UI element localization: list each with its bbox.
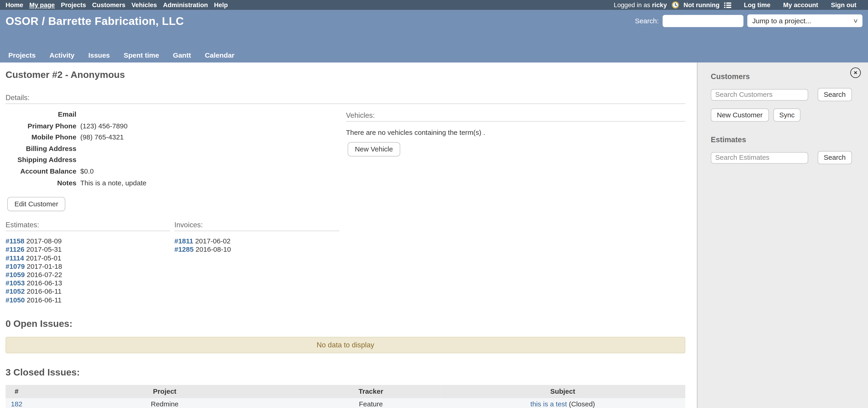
estimates-section: Estimates: #1158 2017-08-09 <box>5 221 170 305</box>
main-content: Customer #2 - Anonymous Details: Email P… <box>0 63 697 408</box>
topnav-projects[interactable]: Projects <box>61 2 86 8</box>
closed-issues-heading: 3 Closed Issues: <box>5 367 685 378</box>
sign-out-link[interactable]: Sign out <box>831 2 856 8</box>
topnav-vehicles[interactable]: Vehicles <box>131 2 157 8</box>
no-data-text: No data to display <box>316 341 374 349</box>
sidebar-customers-search-input[interactable] <box>711 89 808 100</box>
estimate-link[interactable]: #1079 <box>5 263 25 270</box>
header-search-input[interactable] <box>663 15 743 27</box>
estimate-list-item: #1126 2017-05-31 <box>5 246 170 254</box>
topbar-right-group: Logged in as ricky Not running Log time … <box>614 1 863 9</box>
timer-status-label: Not running <box>683 2 719 8</box>
invoices-heading: Invoices: <box>175 221 339 229</box>
estimate-list-item: #1158 2017-08-09 <box>5 237 170 246</box>
estimate-date: 2017-05-01 <box>26 254 61 262</box>
top-navigation-bar: Home My page Projects Customers Vehicles… <box>0 0 868 10</box>
closed-issues-table: # Project Tracker Subject 182 Redmine Fe… <box>5 385 685 408</box>
tab-calendar[interactable]: Calendar <box>205 52 235 59</box>
estimates-divider <box>5 231 170 231</box>
vehicles-heading: Vehicles: <box>346 111 685 120</box>
estimate-date: 2016-06-11 <box>27 296 62 304</box>
estimate-list-item: #1114 2017-05-01 <box>5 254 170 263</box>
sidebar-estimates-search-button[interactable]: Search <box>818 151 852 164</box>
topnav-help[interactable]: Help <box>214 2 228 8</box>
site-header: OSOR / Barrette Fabrication, LLC Search:… <box>0 10 868 63</box>
estimate-link[interactable]: #1126 <box>5 246 25 253</box>
timer-clock-icon[interactable] <box>671 1 679 9</box>
column-header-subject: Subject <box>440 385 685 398</box>
estimate-date: 2017-08-09 <box>26 237 62 245</box>
detail-row: Email <box>5 109 339 120</box>
tab-gantt[interactable]: Gantt <box>173 52 191 59</box>
detail-row: Account Balance $0.0 <box>5 166 339 177</box>
detail-label: Notes <box>5 177 80 189</box>
issue-tracker: Feature <box>302 398 440 408</box>
detail-value: (123) 456-7890 <box>80 120 128 132</box>
sync-button[interactable]: Sync <box>773 108 801 122</box>
detail-row: Notes This is a note, update <box>5 177 339 189</box>
timer-list-icon[interactable] <box>724 1 732 9</box>
no-data-banner: No data to display <box>5 337 685 353</box>
username: ricky <box>652 2 667 8</box>
edit-customer-button[interactable]: Edit Customer <box>7 197 65 211</box>
topnav-administration[interactable]: Administration <box>163 2 208 8</box>
detail-label: Shipping Address <box>5 155 80 166</box>
open-issues-heading: 0 Open Issues: <box>5 318 685 330</box>
estimate-link[interactable]: #1059 <box>5 271 25 279</box>
log-time-link[interactable]: Log time <box>744 2 770 8</box>
invoice-list-item: #1811 2017-06-02 <box>175 237 339 246</box>
invoice-date: 2016-08-10 <box>196 246 231 253</box>
invoice-link[interactable]: #1285 <box>175 246 193 253</box>
sidebar-estimates-search-input[interactable] <box>711 152 808 163</box>
detail-label: Primary Phone <box>5 120 80 132</box>
tab-activity[interactable]: Activity <box>50 52 74 59</box>
issue-id-link[interactable]: 182 <box>11 400 22 408</box>
detail-label: Email <box>5 109 80 120</box>
sidebar-estimates-heading: Estimates <box>711 136 862 144</box>
sidebar: × Customers Search New Customer Sync Est… <box>697 63 868 408</box>
estimate-link[interactable]: #1053 <box>5 279 25 287</box>
estimate-link[interactable]: #1158 <box>5 237 25 245</box>
project-jump-select[interactable]: Jump to a project... ∨ <box>747 14 863 27</box>
detail-row: Billing Address <box>5 143 339 155</box>
new-vehicle-button[interactable]: New Vehicle <box>348 142 400 157</box>
column-header-id: # <box>5 385 28 398</box>
details-column: Email Primary Phone (123) 456-7890 Mobil… <box>5 104 339 305</box>
tab-issues[interactable]: Issues <box>88 52 110 59</box>
detail-row: Mobile Phone (98) 765-4321 <box>5 132 339 143</box>
new-customer-button[interactable]: New Customer <box>711 108 769 122</box>
estimate-link[interactable]: #1052 <box>5 288 25 296</box>
header-search-group: Search: Jump to a project... ∨ <box>635 14 863 27</box>
project-jump-selected-value: Jump to a project... <box>752 17 811 25</box>
customer-details-table: Email Primary Phone (123) 456-7890 Mobil… <box>5 109 339 189</box>
main-menu-tabs: Projects Activity Issues Spent time Gant… <box>8 52 235 63</box>
estimates-heading: Estimates: <box>5 221 170 229</box>
my-account-link[interactable]: My account <box>783 2 818 8</box>
issue-project: Redmine <box>151 400 179 408</box>
invoice-date: 2017-06-02 <box>195 237 230 245</box>
column-header-project: Project <box>28 385 302 398</box>
vehicles-divider <box>346 121 685 122</box>
estimates-list: #1158 2017-08-09 #1126 2017-05-31 <box>5 237 170 305</box>
sidebar-customers-search-button[interactable]: Search <box>818 88 852 101</box>
detail-value: (98) 765-4321 <box>80 132 124 143</box>
estimate-list-item: #1050 2016-06-11 <box>5 296 170 305</box>
topnav-my-page[interactable]: My page <box>29 2 55 8</box>
tab-spent-time[interactable]: Spent time <box>124 52 159 59</box>
account-links-group: Log time My account Sign out <box>744 2 863 8</box>
invoice-link[interactable]: #1811 <box>175 237 193 245</box>
estimate-link[interactable]: #1114 <box>5 254 24 262</box>
issue-subject-link[interactable]: this is a test <box>530 400 567 408</box>
detail-label: Account Balance <box>5 166 80 177</box>
application-window: Home My page Projects Customers Vehicles… <box>0 0 868 408</box>
estimate-list-item: #1079 2017-01-18 <box>5 263 170 271</box>
invoices-divider <box>175 231 339 231</box>
estimate-link[interactable]: #1050 <box>5 296 25 304</box>
topnav-customers[interactable]: Customers <box>92 2 125 8</box>
logged-in-label: Logged in as ricky <box>614 2 667 8</box>
close-icon[interactable]: × <box>850 68 861 78</box>
invoices-list: #1811 2017-06-02 #1285 2016-08-10 <box>175 237 339 254</box>
tab-projects[interactable]: Projects <box>8 52 35 59</box>
chevron-down-icon: ∨ <box>852 18 858 24</box>
topnav-home[interactable]: Home <box>5 2 23 8</box>
